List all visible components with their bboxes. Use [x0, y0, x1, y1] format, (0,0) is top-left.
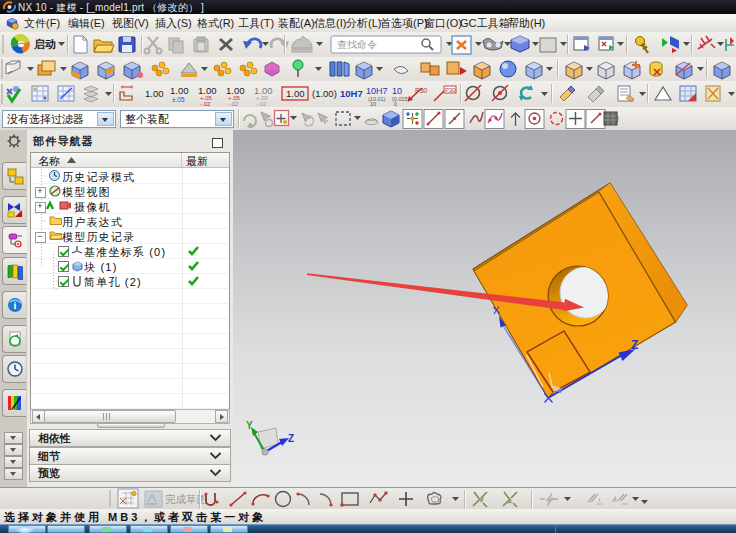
svg-text:10: 10	[392, 86, 402, 96]
svg-text:Y: Y	[246, 420, 253, 431]
svg-text:1.00: 1.00	[145, 88, 164, 99]
svg-text:±.05: ±.05	[172, 96, 185, 103]
svg-text:10H7: 10H7	[340, 88, 363, 99]
svg-text:i: i	[13, 300, 16, 311]
svg-text:1.00: 1.00	[286, 88, 305, 99]
svg-text:Z: Z	[288, 433, 294, 444]
svg-text:(1.00): (1.00)	[312, 88, 337, 99]
svg-text:10H7: 10H7	[366, 86, 388, 96]
svg-text:启动: 启动	[33, 38, 56, 50]
svg-text:1.00: 1.00	[170, 85, 189, 96]
svg-text:P30: P30	[415, 87, 428, 94]
svg-text:P30: P30	[445, 87, 456, 93]
svg-text:Z: Z	[631, 338, 638, 352]
svg-text:查找命令: 查找命令	[337, 39, 377, 50]
